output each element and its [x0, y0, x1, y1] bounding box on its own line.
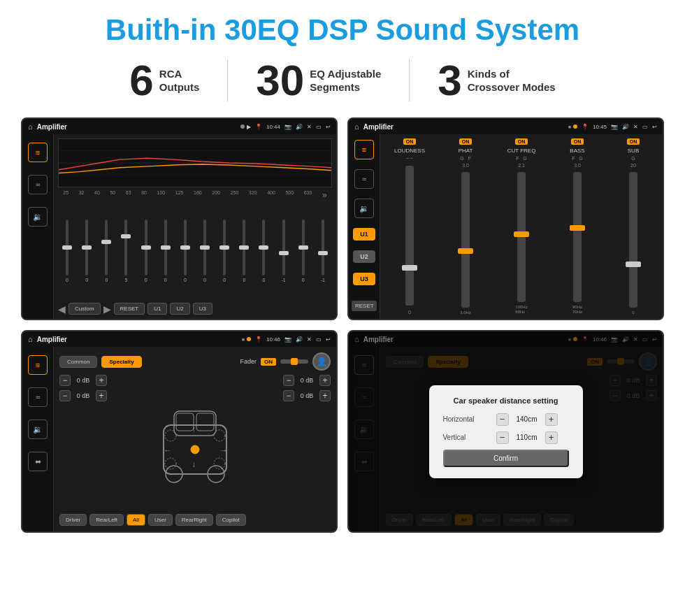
- dialog-vertical-minus[interactable]: −: [496, 431, 509, 444]
- eq-slider-track[interactable]: [105, 220, 108, 275]
- confirm-button[interactable]: Confirm: [443, 450, 569, 467]
- u3-btn[interactable]: U3: [193, 303, 212, 315]
- eq-volume-icon[interactable]: 🔉: [28, 207, 48, 227]
- eq-slider-track[interactable]: [184, 220, 187, 275]
- amp-channel-sub: ON SUB G 20 0: [607, 138, 660, 315]
- amp-channel-bass: ON BASS F G 3.0 90Hz70Hz: [551, 138, 604, 315]
- next-icon[interactable]: ▶: [103, 303, 111, 315]
- amp-icon-1[interactable]: ≡: [354, 140, 374, 159]
- mode-common-btn[interactable]: Common: [59, 356, 97, 368]
- amp-channel-loudness: ON LOUDNESS ~~ 0: [383, 138, 436, 315]
- dialog-vertical-plus[interactable]: +: [545, 431, 558, 444]
- amp-u3-btn[interactable]: U3: [353, 273, 375, 285]
- eq-slider-col: 0: [78, 220, 96, 282]
- eq-slider-track[interactable]: [124, 220, 127, 275]
- cross-icon-4[interactable]: ⬌: [28, 452, 48, 471]
- minus-btn-bl[interactable]: −: [59, 390, 71, 401]
- fader-area: Fader ON 👤: [240, 352, 331, 371]
- cross-icon-1[interactable]: ≡: [28, 355, 48, 375]
- eq-sliders-icon[interactable]: ≡: [28, 143, 48, 162]
- loudness-slider[interactable]: [405, 166, 414, 306]
- u1-btn[interactable]: U1: [147, 303, 167, 315]
- rearright-btn[interactable]: RearRight: [175, 514, 213, 526]
- user-btn[interactable]: User: [148, 514, 173, 526]
- amp-u2-btn[interactable]: U2: [353, 250, 375, 263]
- cross-icon-3[interactable]: 🔉: [28, 420, 48, 439]
- phat-slider[interactable]: [461, 172, 470, 308]
- eq-slider-track[interactable]: [223, 220, 226, 275]
- db-value-br: 0 dB: [297, 392, 317, 399]
- cutfreq-slider[interactable]: [517, 172, 526, 302]
- eq-slider-col: 0: [254, 220, 273, 282]
- eq-slider-track[interactable]: [203, 220, 206, 275]
- svg-point-10: [191, 445, 199, 454]
- eq-slider-track[interactable]: [282, 220, 285, 275]
- dialog-box: Car speaker distance setting Horizontal …: [429, 385, 583, 478]
- u2-btn[interactable]: U2: [170, 303, 189, 315]
- stat-rca-label: RCA Outputs: [159, 67, 200, 94]
- minus-btn-tr[interactable]: −: [283, 375, 294, 386]
- amp-icon-3[interactable]: 🔉: [354, 199, 374, 218]
- prev-icon[interactable]: ◀: [58, 303, 66, 315]
- rearleft-btn[interactable]: RearLeft: [89, 514, 124, 526]
- driver-btn[interactable]: Driver: [59, 514, 87, 526]
- eq-bottom-bar: ◀ Custom ▶ RESET U1 U2 U3: [58, 303, 332, 315]
- window-icon-1: ▭: [316, 124, 322, 130]
- avatar-icon[interactable]: 👤: [312, 352, 331, 371]
- cross-top-bar: Common Specialty Fader ON 👤: [59, 352, 331, 371]
- amp-u1-btn[interactable]: U1: [353, 228, 375, 241]
- stat-crossover-label: Kinds of Crossover Modes: [468, 67, 556, 94]
- amp-reset-btn[interactable]: RESET: [352, 301, 377, 311]
- dialog-vertical-row: Vertical − 110cm +: [443, 431, 569, 444]
- svg-text:←: ←: [164, 445, 172, 455]
- reset-btn[interactable]: RESET: [114, 303, 145, 315]
- play-icon-1: ▶: [247, 124, 251, 130]
- stat-eq: 30 EQ Adjustable Segments: [228, 59, 409, 102]
- status-bar-3: ⌂ Amplifier ■ 📍 10:46 📷 🔊 ✕ ▭ ↩: [22, 331, 336, 347]
- eq-slider-col: 0: [58, 220, 76, 282]
- stat-rca: 6 RCA Outputs: [101, 59, 227, 102]
- eq-slider-track[interactable]: [322, 220, 324, 275]
- dialog-horizontal-plus[interactable]: +: [545, 413, 558, 426]
- plus-btn-br[interactable]: +: [319, 390, 331, 401]
- fader-slider[interactable]: [280, 359, 308, 364]
- bass-slider[interactable]: [573, 172, 582, 302]
- stat-crossover-number: 3: [438, 59, 461, 102]
- custom-btn[interactable]: Custom: [68, 303, 101, 315]
- eq-slider-track[interactable]: [145, 220, 147, 275]
- cross-sidebar: ≡ ≈ 🔉 ⬌: [22, 347, 54, 531]
- on-badge-cutfreq: ON: [515, 138, 528, 145]
- amp-icon-2[interactable]: ≈: [354, 169, 374, 189]
- cross-icon-2[interactable]: ≈: [28, 387, 48, 407]
- copilot-btn[interactable]: Copilot: [216, 514, 246, 526]
- sub-slider[interactable]: [629, 172, 637, 308]
- mode-specialty-btn[interactable]: Specialty: [101, 356, 141, 368]
- minus-btn-br[interactable]: −: [283, 390, 294, 401]
- plus-btn-bl[interactable]: +: [96, 390, 107, 401]
- dialog-title: Car speaker distance setting: [443, 396, 569, 405]
- cross-left-controls: − 0 dB + − 0 dB +: [59, 375, 107, 510]
- screenshot-dialog: ⌂ Amplifier ■ 📍 10:46 📷 🔊 ✕ ▭ ↩ ≡ ≈: [347, 330, 664, 533]
- stats-row: 6 RCA Outputs 30 EQ Adjustable Segments …: [21, 59, 664, 102]
- home-icon-3: ⌂: [28, 335, 33, 343]
- dialog-vertical-label: Vertical: [443, 434, 492, 441]
- plus-btn-tr[interactable]: +: [319, 375, 331, 386]
- minus-btn-tl[interactable]: −: [59, 375, 71, 386]
- eq-slider-track[interactable]: [243, 220, 245, 275]
- eq-slider-track[interactable]: [302, 220, 305, 275]
- location-icon-1: 📍: [255, 124, 262, 130]
- eq-slider-track[interactable]: [66, 220, 68, 275]
- eq-wave-icon[interactable]: ≈: [28, 175, 48, 194]
- eq-slider-col: 0: [157, 220, 175, 282]
- cross-main: Common Specialty Fader ON 👤: [54, 347, 336, 531]
- eq-slider-track[interactable]: [164, 220, 167, 275]
- dialog-vertical-value: 110cm: [513, 434, 541, 441]
- window-icon-3: ▭: [316, 336, 322, 343]
- back-icon-1: ↩: [326, 124, 331, 130]
- plus-btn-tl[interactable]: +: [96, 375, 107, 386]
- all-btn[interactable]: All: [127, 514, 145, 526]
- eq-slider-col: 0: [215, 220, 233, 282]
- eq-slider-track[interactable]: [85, 220, 88, 275]
- eq-slider-track[interactable]: [262, 220, 265, 275]
- dialog-horizontal-minus[interactable]: −: [496, 413, 509, 426]
